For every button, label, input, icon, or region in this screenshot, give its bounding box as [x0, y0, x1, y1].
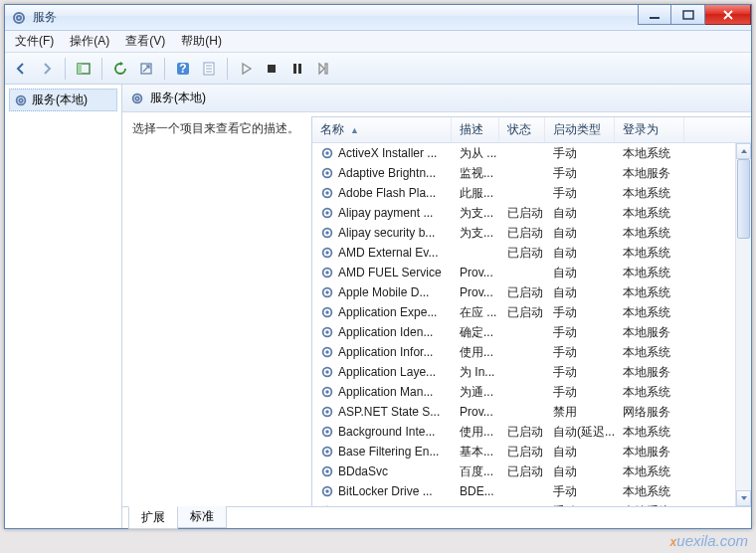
description-text: 选择一个项目来查看它的描述。: [132, 120, 300, 137]
cell-startup: 手动: [545, 384, 615, 401]
col-header-name[interactable]: 名称▲: [312, 117, 452, 142]
svg-point-32: [325, 251, 329, 255]
cell-name: Apple Mobile D...: [312, 285, 452, 299]
gear-icon: [320, 186, 334, 200]
gear-icon: [320, 464, 334, 478]
restart-service-button[interactable]: [311, 57, 335, 81]
svg-point-34: [325, 271, 329, 275]
col-header-startup[interactable]: 启动类型: [545, 117, 615, 142]
service-row[interactable]: Base Filtering En...基本...已启动自动本地服务: [312, 442, 735, 461]
svg-rect-5: [78, 64, 82, 74]
cell-logon: 本地系统: [615, 265, 684, 281]
service-row[interactable]: Alipay payment ...为支...已启动自动本地系统: [312, 203, 735, 223]
cell-startup: 自动: [545, 444, 615, 461]
pause-service-button[interactable]: [285, 57, 309, 81]
start-service-button[interactable]: [234, 57, 258, 81]
back-button[interactable]: [9, 57, 33, 81]
col-header-logon[interactable]: 登录为: [615, 117, 684, 142]
main-header-title: 服务(本地): [150, 90, 206, 106]
service-row[interactable]: BitLocker Drive ...BDE...手动本地系统: [312, 481, 735, 501]
svg-rect-13: [268, 65, 276, 73]
refresh-button[interactable]: [108, 57, 132, 81]
tab-standard[interactable]: 标准: [177, 506, 227, 528]
toolbar-separator: [65, 58, 66, 80]
service-row[interactable]: Application Expe...在应 ...已启动手动本地系统: [312, 302, 735, 322]
cell-logon: 网络服务: [615, 404, 684, 421]
toolbar-separator: [164, 58, 165, 80]
cell-name: Application Man...: [312, 385, 452, 399]
help-button[interactable]: ?: [171, 57, 195, 81]
cell-startup: 自动: [545, 284, 615, 301]
service-row[interactable]: Application Iden...确定...手动本地服务: [312, 322, 735, 342]
cell-logon: 本地系统: [615, 344, 684, 361]
close-button[interactable]: [705, 5, 751, 25]
scroll-down-button[interactable]: [736, 490, 751, 506]
service-row[interactable]: Application Man...为通...手动本地系统: [312, 382, 735, 402]
service-row[interactable]: Application Laye...为 In...手动本地服务: [312, 362, 735, 382]
gear-icon: [320, 166, 334, 180]
service-row[interactable]: Alipay security b...为支...已启动自动本地系统: [312, 223, 735, 243]
cell-desc: 为支...: [452, 225, 499, 242]
gear-icon: [320, 385, 334, 399]
cell-name: BitLocker Drive ...: [312, 484, 452, 498]
service-row[interactable]: Block Level Back...Win...手动本地系统: [312, 501, 735, 506]
service-row[interactable]: ASP.NET State S...Prov...禁用网络服务: [312, 402, 735, 422]
svg-point-38: [325, 310, 329, 314]
cell-startup: 自动: [545, 225, 615, 242]
svg-point-40: [325, 330, 329, 334]
cell-name: Adobe Flash Pla...: [312, 186, 452, 200]
scroll-thumb[interactable]: [737, 159, 750, 239]
cell-name: Block Level Back...: [312, 504, 452, 506]
gear-icon: [320, 206, 334, 220]
service-row[interactable]: BDdaSvc百度...已启动自动本地系统: [312, 461, 735, 481]
maximize-button[interactable]: [671, 5, 705, 25]
cell-desc: 确定...: [452, 324, 499, 341]
list-rows: ActiveX Installer ...为从 ...手动本地系统Adaptiv…: [312, 143, 735, 506]
gear-icon: [320, 305, 334, 319]
cell-name: Background Inte...: [312, 425, 452, 439]
menu-view[interactable]: 查看(V): [119, 31, 171, 52]
scroll-track[interactable]: [736, 159, 751, 490]
service-row[interactable]: Background Inte...使用...已启动自动(延迟...本地系统: [312, 422, 735, 442]
service-row[interactable]: Apple Mobile D...Prov...已启动自动本地系统: [312, 282, 735, 302]
export-button[interactable]: [134, 57, 158, 81]
cell-desc: BDE...: [452, 484, 499, 498]
tree-item-label: 服务(本地): [32, 92, 88, 108]
cell-status: 已启动: [499, 245, 545, 262]
tab-extended[interactable]: 扩展: [128, 506, 178, 529]
cell-name: Alipay security b...: [312, 226, 452, 240]
service-row[interactable]: AMD FUEL ServiceProv...自动本地系统: [312, 263, 735, 282]
svg-point-56: [325, 489, 329, 493]
forward-button[interactable]: [35, 57, 59, 81]
gear-icon: [320, 345, 334, 359]
menu-file[interactable]: 文件(F): [9, 31, 60, 52]
cell-desc: 为从 ...: [452, 145, 499, 162]
services-app-icon: [11, 10, 27, 26]
vertical-scrollbar[interactable]: [735, 143, 751, 506]
show-hide-tree-button[interactable]: [72, 57, 95, 81]
service-row[interactable]: Application Infor...使用...手动本地系统: [312, 342, 735, 362]
window-titlebar[interactable]: 服务: [5, 5, 751, 31]
service-row[interactable]: ActiveX Installer ...为从 ...手动本地系统: [312, 143, 735, 163]
service-row[interactable]: AMD External Ev...已启动自动本地系统: [312, 243, 735, 263]
gear-icon: [14, 93, 28, 107]
properties-button[interactable]: [197, 57, 221, 81]
menu-action[interactable]: 操作(A): [64, 31, 115, 52]
cell-logon: 本地系统: [615, 483, 684, 500]
tree-item-services-local[interactable]: 服务(本地): [9, 89, 117, 111]
cell-name: ASP.NET State S...: [312, 405, 452, 419]
service-row[interactable]: Adobe Flash Pla...此服...手动本地系统: [312, 183, 735, 203]
scroll-up-button[interactable]: [736, 143, 751, 159]
tree-pane: 服务(本地): [5, 85, 122, 528]
col-header-status[interactable]: 状态: [499, 117, 545, 142]
cell-startup: 手动: [545, 145, 615, 162]
cell-desc: Prov...: [452, 405, 499, 419]
cell-desc: 为支...: [452, 205, 499, 222]
col-header-desc[interactable]: 描述: [452, 117, 499, 142]
window-title: 服务: [33, 9, 57, 26]
service-row[interactable]: Adaptive Brightn...监视...手动本地服务: [312, 163, 735, 183]
menu-help[interactable]: 帮助(H): [175, 31, 228, 52]
minimize-button[interactable]: [638, 5, 671, 25]
stop-service-button[interactable]: [260, 57, 284, 81]
svg-point-19: [133, 93, 142, 102]
